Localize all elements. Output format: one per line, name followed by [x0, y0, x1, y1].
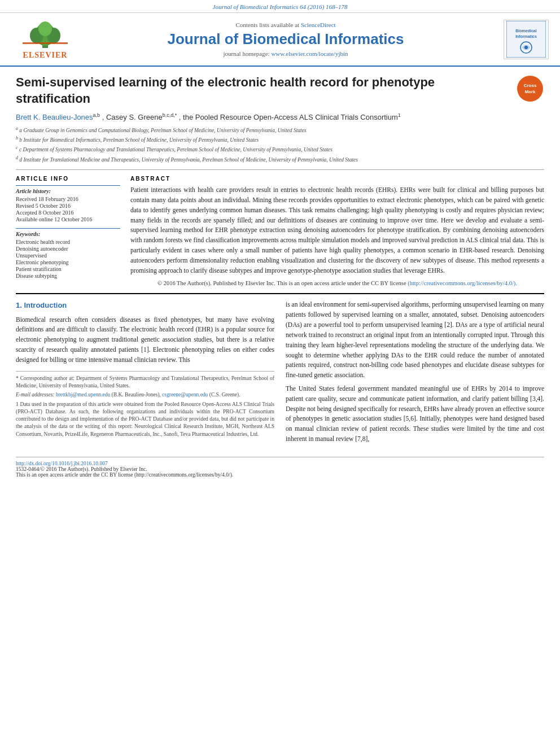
copyright-text: © 2016 The Author(s). Published by Elsev… [158, 280, 406, 286]
svg-text:Informatics: Informatics [515, 34, 537, 38]
revised-date: Revised 5 October 2016 [16, 203, 120, 209]
intro-number: 1. [16, 301, 22, 309]
oa-note: This is an open access article under the… [16, 472, 544, 478]
svg-rect-5 [23, 42, 68, 44]
available-date: Available online 12 October 2016 [16, 216, 120, 222]
author3-sup: 1 [398, 112, 401, 118]
journal-citation-bar: Journal of Biomedical Informatics 64 (20… [0, 0, 560, 13]
svg-text:Cross: Cross [524, 83, 537, 88]
keyword-2: Denoising autoencoder [16, 246, 120, 252]
science-direct-link[interactable]: ScienceDirect [301, 21, 336, 28]
article-body: ARTICLE INFO Article history: Received 1… [16, 176, 544, 286]
email2-note: (C.S. Greene). [209, 392, 240, 397]
journal-header-center: Contents lists available at ScienceDirec… [79, 21, 492, 57]
author3-name: , the Pooled Resource Open-Access ALS Cl… [179, 113, 398, 122]
accepted-date: Accepted 8 October 2016 [16, 209, 120, 216]
article-info-column: ARTICLE INFO Article history: Received 1… [16, 176, 120, 286]
svg-point-4 [38, 21, 52, 36]
cc-link[interactable]: (http://creativecommons.org/licenses/by/… [408, 280, 517, 286]
journal-header: ELSEVIER Contents lists available at Sci… [0, 13, 560, 67]
article-history: Article history: Received 18 February 20… [16, 185, 120, 222]
intro-title: Introduction [24, 301, 67, 309]
affiliations: a a Graduate Group in Genomics and Compu… [16, 125, 544, 164]
keywords-label: Keywords: [16, 231, 120, 237]
homepage-label: journal homepage: [223, 50, 269, 57]
svg-text:Biomedical: Biomedical [515, 29, 536, 33]
article-title-section: Semi-supervised learning of the electron… [16, 75, 544, 107]
intro-heading: 1. Introduction [16, 300, 274, 311]
svg-point-10 [524, 46, 528, 49]
abstract-header: ABSTRACT [130, 176, 544, 182]
journal-title: Journal of Biomedical Informatics [79, 30, 492, 48]
footnote-1-text: 1 Data used in the preparation of this a… [16, 401, 274, 438]
footnotes: * Corresponding author at: Department of… [16, 371, 274, 438]
svg-rect-6 [506, 21, 546, 58]
author1-sup: a,b [93, 112, 100, 118]
section-thick-divider [16, 293, 544, 294]
article-content: Semi-supervised learning of the electron… [0, 67, 560, 486]
svg-text:Mark: Mark [525, 89, 536, 94]
intro-right-col: is an ideal environment for semi-supervi… [286, 300, 544, 447]
abstract-column: ABSTRACT Patient interactions with healt… [130, 176, 544, 286]
page: Journal of Biomedical Informatics 64 (20… [0, 0, 560, 747]
keyword-5: Patient stratification [16, 266, 120, 272]
email1-author: (B.K. Beaulieu-Jones), [112, 392, 161, 397]
keyword-1: Electronic health record [16, 239, 120, 245]
keyword-3: Unsupervised [16, 252, 120, 259]
intro-col1-text: Biomedical research often considers dise… [16, 315, 274, 365]
elsevier-wordmark: ELSEVIER [23, 51, 68, 60]
author1-link[interactable]: Brett K. Beaulieu-Jones [16, 113, 93, 122]
copyright-line: © 2016 The Author(s). Published by Elsev… [130, 280, 544, 286]
science-direct-info: Contents lists available at ScienceDirec… [79, 21, 492, 28]
abstract-text: Patient interactions with health care pr… [130, 185, 544, 276]
doi-section: http://dx.doi.org/10.1016/j.jbi.2016.10.… [16, 457, 544, 478]
doi-link[interactable]: http://dx.doi.org/10.1016/j.jbi.2016.10.… [16, 461, 108, 466]
keyword-6: Disease subtyping [16, 273, 120, 279]
elsevier-tree-icon [23, 19, 68, 50]
header-divider [16, 169, 544, 170]
email2-link[interactable]: csgreene@upenn.edu [162, 392, 208, 397]
author2-sup: b,c,d,* [163, 112, 177, 118]
email1-link[interactable]: brettkbj@med.upenn.edu [56, 392, 110, 397]
journal-header-right: Biomedical Informatics [492, 20, 549, 59]
authors-line: Brett K. Beaulieu-Jonesa,b , Casey S. Gr… [16, 112, 544, 121]
elsevier-logo: ELSEVIER [11, 19, 79, 60]
journal-homepage: journal homepage: www.elsevier.com/locat… [79, 50, 492, 57]
article-info-header: ARTICLE INFO [16, 176, 120, 182]
intro-col2-para2: The United States federal government man… [286, 384, 544, 444]
crossmark-badge: Cross Mark [516, 75, 544, 103]
elsevier-logo-section: ELSEVIER [11, 19, 79, 60]
biomedical-informatics-logo: Biomedical Informatics [504, 20, 549, 59]
email-addresses: E-mail addresses: brettkbj@med.upenn.edu… [16, 391, 274, 399]
intro-col2-para1: is an ideal environment for semi-supervi… [286, 300, 544, 381]
history-label: Article history: [16, 188, 120, 194]
affiliation-a: a a Graduate Group in Genomics and Compu… [16, 125, 544, 134]
corresponding-author-note: * Corresponding author at: Department of… [16, 375, 274, 390]
affiliation-b: b b Institute for Biomedical Informatics… [16, 135, 544, 144]
svg-point-11 [517, 76, 543, 102]
issn-info: 1532-0464/© 2016 The Author(s). Publishe… [16, 466, 544, 472]
intro-left-col: 1. Introduction Biomedical research ofte… [16, 300, 274, 447]
journal-citation-text: Journal of Biomedical Informatics 64 (20… [213, 3, 348, 10]
email-label: E-mail addresses: [16, 392, 55, 397]
author2-name: , Casey S. Greene [102, 113, 163, 122]
introduction-section: 1. Introduction Biomedical research ofte… [16, 300, 544, 447]
article-title: Semi-supervised learning of the electron… [16, 75, 509, 107]
keywords-section: Keywords: Electronic health record Denoi… [16, 228, 120, 279]
homepage-link[interactable]: www.elsevier.com/locate/yjbin [271, 50, 348, 57]
keyword-4: Electronic phenotyping [16, 259, 120, 265]
affiliation-c: c c Department of Systems Pharmacology a… [16, 145, 544, 154]
affiliation-d: d d Institute for Translational Medicine… [16, 155, 544, 164]
contents-label: Contents lists available at [235, 21, 299, 28]
received-date: Received 18 February 2016 [16, 196, 120, 202]
